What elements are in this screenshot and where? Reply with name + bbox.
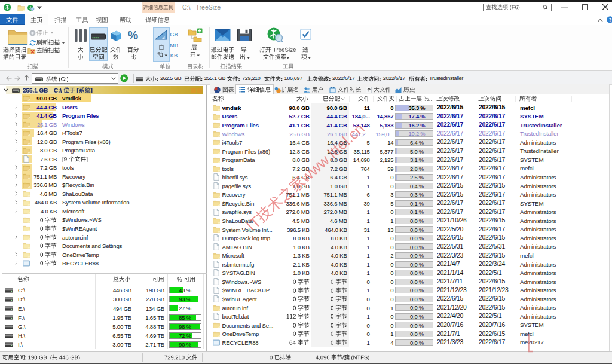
svg-text:?: ? bbox=[608, 16, 611, 22]
